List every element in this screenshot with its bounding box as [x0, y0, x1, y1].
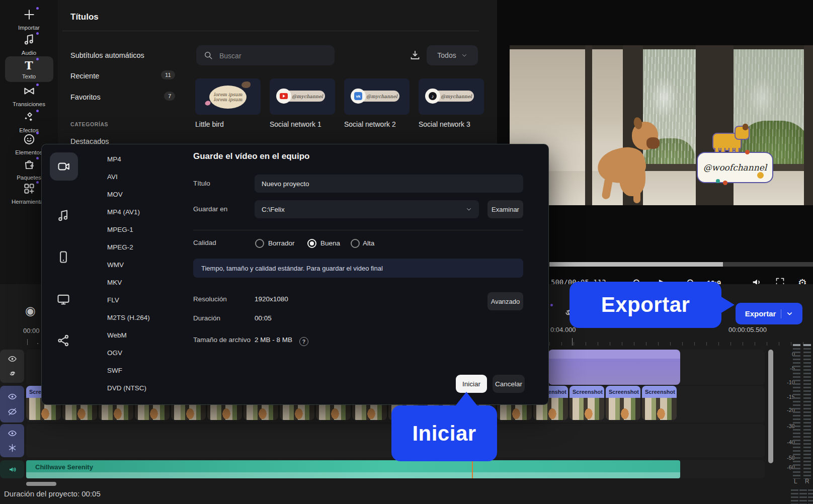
- format-option[interactable]: MPEG-2: [99, 238, 183, 256]
- format-option[interactable]: MPEG-1: [99, 221, 183, 238]
- sidebar-item-audio[interactable]: Audio: [0, 33, 58, 56]
- track-header-audio[interactable]: [0, 460, 24, 478]
- notification-dot: [550, 304, 553, 306]
- browse-button[interactable]: Examinar: [487, 200, 523, 218]
- format-option[interactable]: MP4: [99, 150, 183, 168]
- snowflake-icon[interactable]: [8, 443, 17, 453]
- export-button[interactable]: Exportar: [736, 303, 802, 324]
- download-icon[interactable]: [409, 49, 421, 61]
- project-duration-status: Duración del proyecto: 00:05: [4, 489, 101, 498]
- sidebar-item-efectos[interactable]: Efectos: [0, 111, 58, 133]
- dialog-tab-video[interactable]: [50, 152, 78, 181]
- video-camera-icon: [57, 159, 71, 174]
- filter-dropdown[interactable]: Todos: [427, 45, 478, 65]
- eye-icon[interactable]: [8, 354, 17, 364]
- quality-info-box: Tiempo, tamaño y calidad estándar. Para …: [193, 259, 523, 278]
- watermark-sign: @woofchannel: [697, 152, 773, 183]
- divider: [62, 31, 479, 31]
- resolution-value: 1920x1080: [255, 295, 288, 303]
- format-option[interactable]: MOV: [99, 186, 183, 203]
- chevron-down-icon: [466, 206, 472, 212]
- format-option[interactable]: SWF: [99, 362, 183, 379]
- radio-buena[interactable]: [307, 239, 316, 248]
- elements-smiley-icon: [23, 133, 36, 146]
- video-frame: @woofchannel: [510, 45, 813, 205]
- vertical-scrollbar[interactable]: [768, 350, 773, 463]
- dialog-tab-tv[interactable]: [56, 292, 70, 306]
- notification-dot: [36, 181, 39, 184]
- title-card-label: Social network 2: [344, 120, 396, 128]
- dialog-tab-mobile[interactable]: [56, 250, 70, 264]
- sidebar-item-transiciones[interactable]: Transiciones: [0, 85, 58, 107]
- list-item-auto-subtitles[interactable]: Subtítulos automáticos: [70, 51, 144, 59]
- transitions-bowtie-icon: [23, 85, 36, 98]
- text-icon: T: [23, 59, 36, 72]
- playhead[interactable]: [472, 460, 473, 478]
- start-button[interactable]: Iniciar: [456, 375, 487, 393]
- notification-dot: [36, 83, 39, 86]
- format-option[interactable]: WebM: [99, 326, 183, 344]
- title-clip[interactable]: [548, 350, 680, 385]
- format-option[interactable]: DVD (NTSC): [99, 379, 183, 397]
- list-item-recent[interactable]: Reciente 11: [70, 72, 186, 80]
- sidebar-item-label: Importar: [0, 25, 58, 31]
- audio-clip[interactable]: Chillwave Serenity: [26, 460, 680, 478]
- ruler-label-start: 00:00: [23, 327, 40, 334]
- advanced-button[interactable]: Avanzado: [487, 292, 523, 310]
- vk-icon: vk: [351, 89, 366, 104]
- sidebar-item-label: Transiciones: [0, 101, 58, 107]
- record-icon[interactable]: ◉: [25, 304, 36, 318]
- format-list: MP4AVIMOVMP4 (AV1)MPEG-1MPEG-2WMVMKVFLVM…: [99, 150, 183, 397]
- track-header-titles[interactable]: [0, 350, 24, 383]
- track-header-overlay[interactable]: [0, 424, 24, 457]
- link-icon[interactable]: [8, 369, 17, 378]
- radio-alta[interactable]: [351, 239, 360, 248]
- list-item-favorites[interactable]: Favoritos 7: [70, 93, 186, 101]
- format-option[interactable]: MP4 (AV1): [99, 203, 183, 221]
- format-option[interactable]: AVI: [99, 168, 183, 186]
- speaker-icon[interactable]: [8, 465, 17, 474]
- watermark-text: @woofchannel: [703, 162, 767, 173]
- radio-borrador[interactable]: [255, 239, 264, 248]
- video-clip[interactable]: Screenshot: [606, 386, 640, 420]
- preview-progress-bar[interactable]: [549, 262, 813, 267]
- dialog-tab-audio[interactable]: [56, 209, 70, 223]
- format-option[interactable]: OGV: [99, 344, 183, 362]
- title-card-social-1[interactable]: @mychannel: [270, 78, 335, 115]
- search-bar[interactable]: [196, 45, 335, 65]
- title-input[interactable]: Nuevo proyecto: [255, 175, 523, 193]
- export-callout-pointer: [720, 296, 735, 313]
- export-dialog: MP4AVIMOVMP4 (AV1)MPEG-1MPEG-2WMVMKVFLVM…: [41, 144, 549, 405]
- video-clip[interactable]: Screenshot: [642, 386, 677, 420]
- title-card-social-2[interactable]: vk @mychannel: [344, 78, 410, 115]
- meter-channel-label: L: [794, 478, 797, 485]
- notification-dot: [36, 58, 39, 60]
- dialog-tab-share[interactable]: [56, 333, 70, 348]
- panel-title: Títulos: [70, 12, 99, 22]
- cancel-button[interactable]: Cancelar: [493, 375, 525, 393]
- duration-label: Duración: [193, 314, 220, 322]
- save-location-select[interactable]: C:\Felix: [255, 200, 479, 218]
- format-option[interactable]: M2TS (H.264): [99, 309, 183, 326]
- help-icon[interactable]: ?: [299, 337, 308, 346]
- start-callout[interactable]: Iniciar: [391, 405, 497, 461]
- save-location-label: Guardar en: [193, 205, 227, 213]
- sidebar-item-label: Texto: [0, 73, 58, 79]
- horizontal-scrollbar[interactable]: [26, 482, 56, 486]
- format-option[interactable]: MKV: [99, 274, 183, 291]
- search-input[interactable]: [218, 45, 329, 66]
- sidebar-item-texto[interactable]: T Texto: [0, 59, 58, 79]
- title-field-label: Título: [193, 180, 210, 187]
- audio-clip-label: Chillwave Serenity: [35, 463, 93, 471]
- title-card-social-3[interactable]: ♪ @mychannel: [419, 78, 484, 115]
- notification-dot: [36, 157, 39, 159]
- title-card-little-bird[interactable]: lorem ipsum lorem ipsum: [195, 78, 261, 115]
- format-option[interactable]: WMV: [99, 256, 183, 274]
- sidebar-item-importar[interactable]: Importar: [0, 8, 58, 31]
- format-option[interactable]: FLV: [99, 291, 183, 309]
- clip-thumbnail: [606, 398, 640, 420]
- count-badge: 7: [164, 92, 175, 101]
- video-clip[interactable]: Screenshot: [570, 386, 604, 420]
- eye-icon[interactable]: [8, 429, 17, 438]
- export-callout[interactable]: Exportar: [570, 282, 721, 328]
